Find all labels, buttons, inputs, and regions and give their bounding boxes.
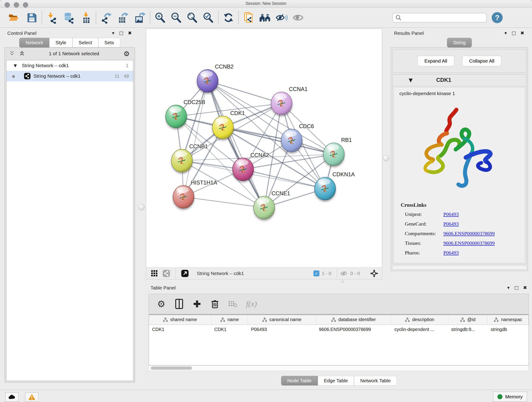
import-table-file-button[interactable] <box>79 11 93 25</box>
crosslink-uniprot[interactable]: P06493 <box>443 211 459 217</box>
show-columns-icon[interactable] <box>173 298 185 310</box>
node-CDKN1A[interactable] <box>315 177 336 200</box>
edge-HIST1H1A-CCNE1[interactable] <box>184 197 264 208</box>
memory-button[interactable]: Memory <box>493 392 527 402</box>
column-header-id[interactable]: @id <box>448 315 488 325</box>
tab-node-table[interactable]: Node Table <box>281 376 318 385</box>
edge-CCNB2-CCNE1[interactable] <box>208 81 264 208</box>
birds-eye-view-icon[interactable] <box>148 268 160 279</box>
scrollbar-thumb[interactable] <box>151 366 192 370</box>
export-network-button[interactable] <box>99 11 113 25</box>
edge-CCNA2-CDKN1A[interactable] <box>243 169 325 189</box>
node-CCNA2[interactable] <box>233 158 254 181</box>
function-builder-icon[interactable]: f(x) <box>245 299 258 308</box>
table-cell[interactable]: 9606.ENSP00000378699 <box>316 325 391 334</box>
panel-float-icon[interactable]: □ <box>510 30 517 36</box>
tab-edge-table[interactable]: Edge Table <box>318 376 354 385</box>
table-cell[interactable]: stringdb:9... <box>448 325 488 334</box>
column-header-name[interactable]: name <box>211 315 248 325</box>
delete-column-icon[interactable] <box>209 298 221 310</box>
save-session-button[interactable] <box>25 11 39 25</box>
crosslink-genecard[interactable]: P06493 <box>443 221 459 227</box>
node-CCNB2[interactable] <box>197 70 218 92</box>
network-canvas[interactable]: CCNB2CCNA1CDC25BCDK1CDC6RB1CCNB1CCNA2CDK… <box>146 29 382 268</box>
collapse-entry-icon[interactable]: ▼ <box>409 77 413 83</box>
results-horizontal-scrollbar[interactable] <box>393 266 526 269</box>
zoom-fit-button[interactable] <box>185 11 199 25</box>
create-column-icon[interactable] <box>191 298 203 310</box>
node-CDC6[interactable] <box>281 129 302 152</box>
tab-style[interactable]: Style <box>49 38 72 47</box>
network-row[interactable]: ● String Network – cdk1 11 48 <box>6 71 133 81</box>
node-RB1[interactable] <box>323 143 344 166</box>
export-image-button[interactable] <box>133 11 147 25</box>
collapse-all-button[interactable]: Collapse All <box>462 56 501 66</box>
panel-close-icon[interactable]: ✖ <box>522 285 528 291</box>
collapse-all-networks-icon[interactable] <box>8 50 16 57</box>
table-cell[interactable]: stringdb <box>488 325 529 334</box>
apply-layout-button[interactable] <box>221 11 235 25</box>
table-cell[interactable]: cyclin-dependent ... <box>391 325 448 334</box>
node-details-header[interactable]: ▼ CDK1 <box>393 75 526 86</box>
help-button[interactable]: ? <box>492 12 503 23</box>
tab-select[interactable]: Select <box>72 38 98 47</box>
crosslink-tissues[interactable]: 9606.ENSP00000378699 <box>443 240 495 246</box>
node-HIST1H1A[interactable] <box>173 185 194 208</box>
edge-CCNB2-CCNA1[interactable] <box>208 81 282 103</box>
node-CCNA1[interactable] <box>271 92 292 115</box>
column-header-database-identifier[interactable]: database identifier <box>316 315 391 325</box>
selected-checkbox-icon[interactable]: ✓ <box>313 270 319 276</box>
column-header-shared-name[interactable]: shared name <box>149 315 211 325</box>
panel-collapse-icon[interactable]: ▾ <box>111 30 116 36</box>
zoom-selected-button[interactable] <box>201 11 215 25</box>
column-header-description[interactable]: description <box>391 315 448 325</box>
hide-selected-button[interactable] <box>274 11 289 25</box>
column-header-canonical-name[interactable]: canonical name <box>248 315 316 325</box>
node-CCNB1[interactable] <box>171 149 192 172</box>
node-CDK1[interactable] <box>212 116 234 139</box>
import-network-file-button[interactable] <box>45 11 59 25</box>
cloud-status-button[interactable] <box>5 392 19 402</box>
expand-all-networks-icon[interactable] <box>18 50 26 57</box>
table-cell[interactable]: P06493 <box>248 325 316 334</box>
node-CDC25B[interactable] <box>166 105 187 128</box>
panel-float-icon[interactable]: □ <box>118 30 125 36</box>
tab-network[interactable]: Network <box>19 38 49 47</box>
open-in-browser-icon[interactable] <box>179 268 191 279</box>
export-table-button[interactable] <box>116 11 130 25</box>
table-options-gear-icon[interactable]: ⚙ <box>155 298 167 310</box>
right-splitter-handle[interactable] <box>383 155 389 161</box>
panel-close-icon[interactable]: ✖ <box>519 30 526 36</box>
column-header-namespac[interactable]: namespac <box>488 315 529 325</box>
left-splitter-handle[interactable] <box>138 204 145 211</box>
horizontal-splitter-handle[interactable] <box>341 280 344 283</box>
tab-network-table[interactable]: Network Table <box>354 376 397 385</box>
delete-table-icon[interactable] <box>227 298 239 310</box>
table-cell[interactable]: CDK1 <box>149 325 211 334</box>
warnings-button[interactable] <box>25 392 38 402</box>
network-collection-row[interactable]: ▼ String Network – cdk1 1 <box>6 60 133 71</box>
panel-collapse-icon[interactable]: ▾ <box>503 30 508 36</box>
table-cell[interactable]: CDK1 <box>211 325 248 334</box>
zoom-in-button[interactable] <box>153 11 167 25</box>
tab-string[interactable]: String <box>447 38 472 47</box>
panel-close-icon[interactable]: ✖ <box>127 30 133 36</box>
crosslink-pharos[interactable]: P06493 <box>443 250 459 256</box>
zoom-out-button[interactable] <box>169 11 183 25</box>
tree-expander-icon[interactable]: ▼ <box>14 63 17 68</box>
network-options-gear-icon[interactable]: ⚙ <box>122 50 131 58</box>
show-selected-button[interactable] <box>291 11 305 25</box>
crosslink-compartments[interactable]: 9606.ENSP00000378699 <box>443 230 495 236</box>
show-all-button[interactable] <box>258 11 272 25</box>
fit-content-icon[interactable] <box>368 268 380 279</box>
clone-network-button[interactable] <box>241 11 256 25</box>
import-network-database-button[interactable] <box>62 11 76 25</box>
panel-float-icon[interactable]: □ <box>513 285 520 291</box>
panel-collapse-icon[interactable]: ▾ <box>506 285 511 291</box>
open-file-button[interactable] <box>6 11 21 25</box>
expand-all-button[interactable]: Expand All <box>418 56 454 66</box>
table-horizontal-scrollbar[interactable] <box>149 365 529 371</box>
tab-sets[interactable]: Sets <box>98 38 120 47</box>
table-row[interactable]: CDK1CDK1P064939606.ENSP00000378699cyclin… <box>149 325 529 334</box>
search-input[interactable] <box>403 14 486 22</box>
